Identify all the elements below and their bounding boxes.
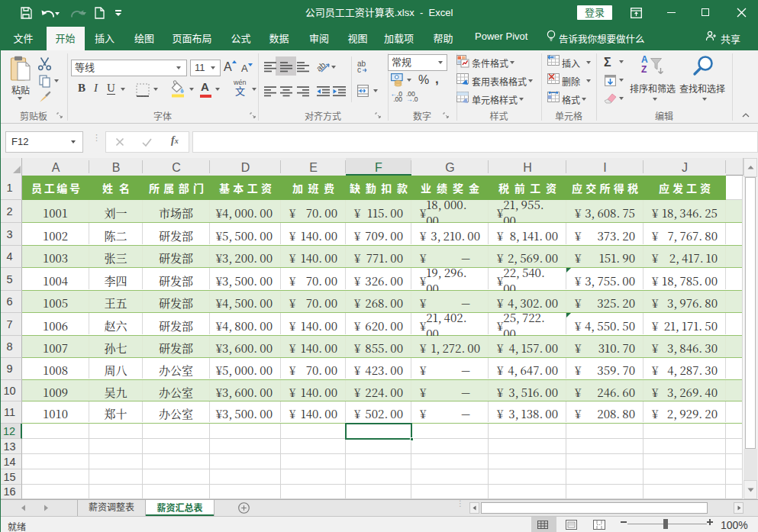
svg-text:c: c bbox=[357, 66, 361, 74]
